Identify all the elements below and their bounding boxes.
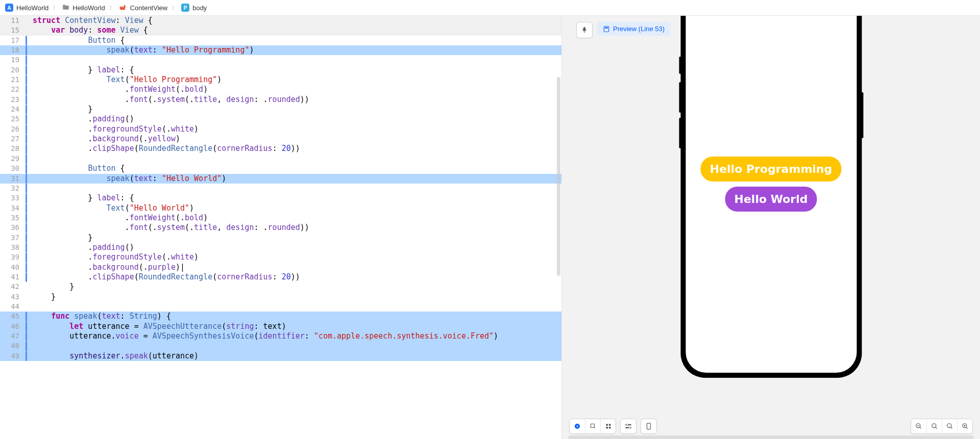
fold-ribbon[interactable] bbox=[24, 45, 29, 55]
fold-ribbon[interactable] bbox=[24, 282, 29, 292]
code-line[interactable]: 26 .foregroundStyle(.white) bbox=[0, 124, 561, 134]
orientation-button[interactable] bbox=[641, 419, 656, 433]
code-line[interactable]: 47 utterance.voice = AVSpeechSynthesisVo… bbox=[0, 331, 561, 341]
fold-ribbon[interactable] bbox=[24, 174, 29, 184]
fold-ribbon[interactable] bbox=[24, 292, 29, 302]
code-line[interactable]: 25 .padding() bbox=[0, 114, 561, 124]
code-line[interactable]: 20 } label: { bbox=[0, 65, 561, 75]
code-line[interactable]: 17 Button { bbox=[0, 36, 561, 45]
code-line[interactable]: 30 Button { bbox=[0, 164, 561, 173]
fold-ribbon[interactable] bbox=[24, 85, 29, 94]
code-line[interactable]: 44 bbox=[0, 302, 561, 312]
code-line[interactable]: 43 } bbox=[0, 292, 561, 302]
device-settings-button[interactable] bbox=[621, 419, 636, 433]
zoom-actual-button[interactable]: 1 bbox=[942, 419, 957, 433]
breadcrumb-symbol[interactable]: P body bbox=[181, 4, 207, 12]
fold-ribbon[interactable] bbox=[24, 154, 29, 164]
code-line[interactable]: 37 } bbox=[0, 233, 561, 243]
zoom-fit-button[interactable] bbox=[926, 419, 942, 433]
code-line[interactable]: 49 synthesizer.speak(utterance) bbox=[0, 351, 561, 361]
code-line[interactable]: 23 .font(.system(.title, design: .rounde… bbox=[0, 95, 561, 105]
code-line[interactable]: 41 .clipShape(RoundedRectangle(cornerRad… bbox=[0, 272, 561, 282]
fold-ribbon[interactable] bbox=[24, 223, 29, 233]
fold-ribbon[interactable] bbox=[24, 114, 29, 124]
line-number: 18 bbox=[0, 45, 24, 55]
fold-ribbon[interactable] bbox=[24, 331, 29, 341]
fold-ribbon[interactable] bbox=[24, 302, 29, 312]
fold-ribbon[interactable] bbox=[24, 252, 29, 262]
fold-ribbon[interactable] bbox=[24, 243, 29, 252]
fold-ribbon[interactable] bbox=[24, 351, 29, 361]
pin-preview-button[interactable] bbox=[576, 22, 593, 38]
fold-ribbon[interactable] bbox=[24, 184, 29, 193]
fold-ribbon[interactable] bbox=[24, 75, 29, 85]
fold-ribbon[interactable] bbox=[24, 134, 29, 144]
code-line[interactable]: 42 } bbox=[0, 282, 561, 292]
code-line[interactable]: 28 .clipShape(RoundedRectangle(cornerRad… bbox=[0, 144, 561, 153]
fold-ribbon[interactable] bbox=[24, 164, 29, 173]
fold-ribbon[interactable] bbox=[24, 144, 29, 153]
fold-ribbon[interactable] bbox=[24, 322, 29, 331]
code-line[interactable]: 21 Text("Hello Programming") bbox=[0, 75, 561, 85]
fold-ribbon[interactable] bbox=[24, 312, 29, 321]
fold-ribbon[interactable] bbox=[24, 263, 29, 272]
device-preview[interactable]: Hello Programming Hello World bbox=[680, 16, 862, 378]
fold-ribbon[interactable] bbox=[24, 95, 29, 105]
variants-button[interactable] bbox=[600, 419, 616, 433]
breadcrumb-app[interactable]: A HelloWorld bbox=[5, 4, 48, 12]
live-preview-button[interactable] bbox=[570, 419, 585, 433]
fold-ribbon[interactable] bbox=[24, 233, 29, 243]
code-line[interactable]: 19 bbox=[0, 55, 561, 65]
selectable-preview-button[interactable] bbox=[585, 419, 600, 433]
preview-pane: Preview (Line 53) Hello Programming Hell… bbox=[562, 16, 980, 439]
code-line[interactable]: 48 bbox=[0, 341, 561, 351]
code-line[interactable]: 36 .font(.system(.title, design: .rounde… bbox=[0, 223, 561, 233]
code-line[interactable]: 24 } bbox=[0, 105, 561, 114]
preview-badge[interactable]: Preview (Line 53) bbox=[597, 22, 671, 36]
fold-ribbon[interactable] bbox=[24, 193, 29, 203]
code-line[interactable]: 33 } label: { bbox=[0, 193, 561, 203]
fold-ribbon[interactable] bbox=[24, 341, 29, 351]
vertical-scrollbar[interactable] bbox=[557, 77, 560, 276]
code-line[interactable]: 22 .fontWeight(.bold) bbox=[0, 85, 561, 94]
fold-ribbon[interactable] bbox=[24, 55, 29, 65]
code-line[interactable]: 45 func speak(text: String) { bbox=[0, 312, 561, 321]
fold-ribbon[interactable] bbox=[24, 105, 29, 114]
fold-ribbon[interactable] bbox=[24, 16, 29, 25]
code-line[interactable]: 27 .background(.yellow) bbox=[0, 134, 561, 144]
zoom-out-button[interactable] bbox=[911, 419, 926, 433]
line-number: 34 bbox=[0, 203, 24, 213]
code-line[interactable]: 29 bbox=[0, 154, 561, 164]
fold-ribbon[interactable] bbox=[24, 65, 29, 75]
code-editor[interactable]: 11 struct ContentView: View { 15 var bod… bbox=[0, 16, 561, 439]
app-button-hello-world[interactable]: Hello World bbox=[725, 187, 817, 212]
fold-ribbon[interactable] bbox=[24, 36, 29, 45]
device-settings-group bbox=[620, 419, 636, 434]
fold-ribbon[interactable] bbox=[24, 124, 29, 134]
horizontal-scrollbar[interactable] bbox=[568, 435, 974, 439]
code-text: var body: some View { bbox=[29, 25, 561, 35]
code-text: } bbox=[29, 105, 561, 114]
code-text: struct ContentView: View { bbox=[29, 16, 561, 25]
fold-ribbon[interactable] bbox=[24, 272, 29, 282]
breadcrumb-folder[interactable]: HelloWorld bbox=[62, 4, 105, 12]
code-line[interactable]: 38 .padding() bbox=[0, 243, 561, 252]
code-line[interactable]: 34 Text("Hello World") bbox=[0, 203, 561, 213]
code-line[interactable]: 39 .foregroundStyle(.white) bbox=[0, 252, 561, 262]
code-line[interactable]: 18 speak(text: "Hello Programming") bbox=[0, 45, 561, 55]
svg-rect-1 bbox=[605, 27, 608, 28]
breadcrumb-file[interactable]: ContentView bbox=[119, 4, 167, 12]
app-button-hello-programming[interactable]: Hello Programming bbox=[701, 157, 842, 182]
svg-rect-5 bbox=[609, 424, 611, 426]
code-line[interactable]: 31 speak(text: "Hello World") bbox=[0, 174, 561, 184]
fold-ribbon[interactable] bbox=[24, 203, 29, 213]
code-line[interactable]: 35 .fontWeight(.bold) bbox=[0, 213, 561, 223]
code-line[interactable]: 32 bbox=[0, 184, 561, 193]
fold-ribbon[interactable] bbox=[24, 213, 29, 223]
fold-ribbon[interactable] bbox=[24, 25, 29, 35]
zoom-fit-icon bbox=[931, 423, 938, 430]
sticky-line: 11 struct ContentView: View { bbox=[0, 16, 561, 25]
code-line[interactable]: 40 .background(.purple) bbox=[0, 263, 561, 272]
zoom-in-button[interactable] bbox=[957, 419, 972, 433]
code-line[interactable]: 46 let utterance = AVSpeechUtterance(str… bbox=[0, 322, 561, 331]
